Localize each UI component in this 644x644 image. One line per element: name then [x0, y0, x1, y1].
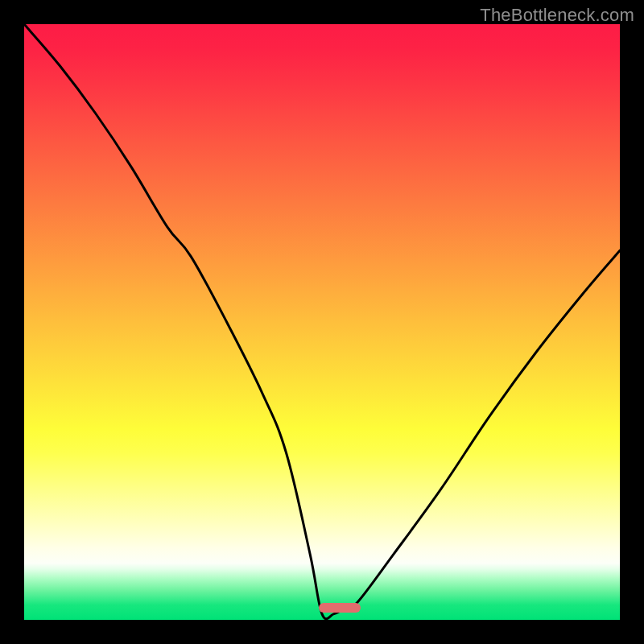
bottleneck-curve-layer [24, 24, 620, 620]
bottleneck-curve [24, 24, 620, 619]
watermark-text: TheBottleneck.com [480, 5, 634, 26]
optimal-range-marker [319, 603, 361, 613]
plot-area [24, 24, 620, 620]
chart-frame: TheBottleneck.com [0, 0, 644, 644]
